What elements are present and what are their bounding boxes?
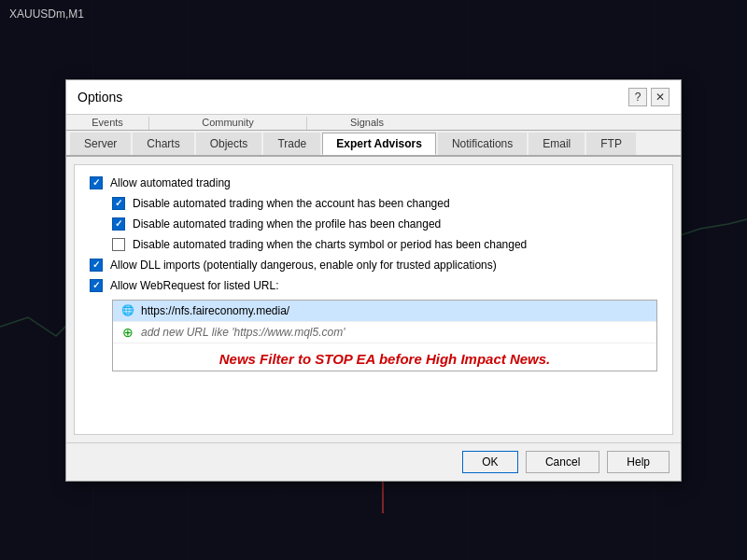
cancel-button[interactable]: Cancel (526, 451, 599, 473)
url-list: 🌐 https://nfs.faireconomy.media/ ⊕ add n… (112, 300, 657, 371)
content-area: Allow automated trading Disable automate… (74, 164, 673, 435)
dialog-title: Options (78, 90, 122, 105)
tab-group-events: Events (70, 117, 149, 130)
cb-disable-profile[interactable] (112, 217, 125, 231)
url-item-1[interactable]: 🌐 https://nfs.faireconomy.media/ (113, 301, 656, 322)
ok-button[interactable]: OK (462, 451, 518, 473)
tab-trade[interactable]: Trade (263, 133, 320, 155)
news-filter-text: News Filter to STOP EA before High Impac… (113, 343, 656, 371)
tab-expert-advisors[interactable]: Expert Advisors (322, 133, 436, 155)
tab-server[interactable]: Server (70, 133, 131, 155)
tab-group-community: Community (153, 117, 307, 130)
checkbox-row-disable-charts: Disable automated trading when the chart… (90, 238, 657, 251)
label-allow-automated: Allow automated trading (110, 176, 231, 189)
help-button[interactable]: ? (628, 88, 647, 106)
url-globe-icon: 🌐 (120, 303, 135, 318)
group-events-label: Events (70, 117, 145, 130)
tab-charts[interactable]: Charts (133, 133, 193, 155)
options-dialog: Options ? ✕ Events Community Signals (65, 79, 682, 482)
url-add-label: add new URL like 'https://www.mql5.com' (141, 326, 345, 339)
checkbox-row-allow-dll: Allow DLL imports (potentially dangerous… (90, 259, 657, 272)
tab-objects[interactable]: Objects (196, 133, 262, 155)
cb-disable-charts[interactable] (112, 238, 125, 251)
tab-notifications[interactable]: Notifications (438, 133, 527, 155)
tabs-container: Events Community Signals Server Charts O… (66, 115, 681, 157)
url-text-1: https://nfs.faireconomy.media/ (141, 304, 289, 317)
label-disable-account: Disable automated trading when the accou… (133, 197, 450, 210)
label-disable-charts: Disable automated trading when the chart… (133, 238, 527, 251)
label-allow-dll: Allow DLL imports (potentially dangerous… (110, 259, 497, 272)
checkbox-row-allow-automated: Allow automated trading (90, 176, 657, 189)
url-add-icon: ⊕ (120, 325, 135, 340)
title-bar-buttons: ? ✕ (628, 88, 669, 106)
title-bar: Options ? ✕ (66, 80, 681, 115)
checkbox-row-allow-webrequest: Allow WebRequest for listed URL: (90, 279, 657, 292)
close-button[interactable]: ✕ (651, 88, 669, 106)
cb-allow-webrequest[interactable] (90, 279, 103, 292)
label-disable-profile: Disable automated trading when the profi… (133, 217, 441, 231)
cb-allow-dll[interactable] (90, 259, 103, 272)
tab-email[interactable]: Email (529, 133, 585, 155)
tab-group-signals: Signals (311, 117, 427, 130)
dialog-footer: OK Cancel Help (66, 442, 681, 481)
checkbox-row-disable-profile: Disable automated trading when the profi… (90, 217, 657, 231)
checkbox-row-disable-account: Disable automated trading when the accou… (90, 197, 657, 210)
lower-tabs-row: Server Charts Objects Trade Expert Advis… (66, 131, 681, 157)
label-allow-webrequest: Allow WebRequest for listed URL: (110, 279, 279, 292)
group-signals-label: Signals (311, 117, 423, 130)
dialog-overlay: Options ? ✕ Events Community Signals (0, 0, 747, 560)
cb-allow-automated[interactable] (90, 176, 103, 189)
group-community-label: Community (153, 117, 303, 130)
cb-disable-account[interactable] (112, 197, 125, 210)
help-button-footer[interactable]: Help (607, 451, 669, 473)
tab-ftp[interactable]: FTP (586, 133, 636, 155)
upper-tab-row: Events Community Signals (66, 115, 681, 131)
url-add-item[interactable]: ⊕ add new URL like 'https://www.mql5.com… (113, 322, 656, 343)
